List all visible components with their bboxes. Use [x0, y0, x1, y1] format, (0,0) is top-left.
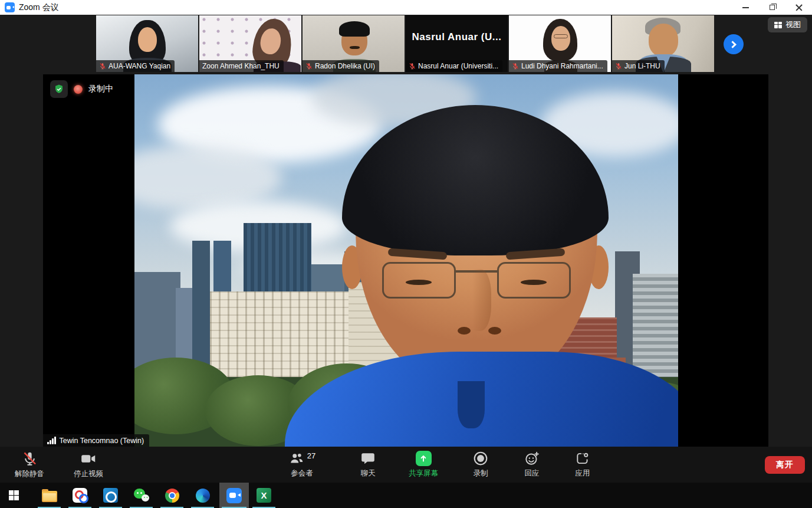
participant-thumbnail[interactable]: Radon Dhelika (UI) [303, 15, 405, 72]
recording-indicator: 录制中 [50, 80, 113, 98]
active-speaker-stage: 录制中 Tewin Tencomnao (Tewin) [43, 74, 768, 447]
excel-icon: X [257, 488, 271, 503]
unmute-button[interactable]: 解除静音 [1, 451, 58, 477]
share-screen-button[interactable]: 共享屏幕 [395, 451, 452, 477]
zoom-app-icon [5, 2, 15, 12]
participant-name-tag: Jun Li-THU [612, 60, 665, 72]
record-icon [473, 451, 488, 466]
outlook-icon [103, 488, 118, 503]
participant-name-tag: Radon Dhelika (UI) [303, 60, 379, 72]
share-screen-icon [416, 451, 432, 466]
stop-video-button[interactable]: 停止视频 [60, 451, 117, 477]
participant-thumbnail[interactable]: Jun Li-THU [612, 15, 714, 72]
participant-thumbnail[interactable]: Ludi Dhyani Rahmartani... [509, 15, 611, 72]
screen: Zoom 会议 AUA-WANG Yaqian Zoon Ahmed Khan_… [0, 0, 812, 508]
video-camera-icon [80, 451, 97, 467]
start-button[interactable] [0, 483, 28, 508]
taskbar-outlook[interactable] [97, 483, 124, 508]
active-speaker-video [134, 74, 678, 447]
next-page-button[interactable] [724, 34, 744, 54]
participant-name-tag: Ludi Dhyani Rahmartani... [509, 60, 607, 72]
participants-count: 27 [307, 451, 315, 460]
muted-mic-icon [99, 63, 106, 70]
participant-thumbnail[interactable]: Nasrul Anuar (U... Nasrul Anuar (Univers… [406, 15, 508, 72]
leave-meeting-button[interactable]: 离开 [765, 456, 805, 474]
apps-icon [575, 451, 590, 466]
folder-icon [42, 491, 57, 502]
muted-mic-icon [615, 63, 622, 70]
view-button[interactable]: 视图 [768, 17, 807, 32]
gallery-grid-icon [774, 22, 782, 28]
muted-mic-icon [409, 63, 416, 70]
chrome-icon [165, 489, 179, 503]
participant-name-tag: Nasrul Anuar (Universiti... [406, 60, 502, 72]
apps-button[interactable]: 应用 [554, 451, 611, 477]
window-title: Zoom 会议 [19, 2, 59, 13]
restore-icon [770, 5, 775, 10]
restore-button[interactable] [759, 0, 785, 15]
minimize-icon [742, 7, 749, 8]
reactions-button[interactable]: 回应 [504, 451, 560, 477]
meeting-toolbar: 解除静音 停止视频 27 参会者 聊天 共享屏幕 [0, 447, 812, 483]
participant-name-tag: AUA-WANG Yaqian [96, 60, 175, 72]
wechat-icon [134, 488, 149, 503]
minimize-button[interactable] [732, 0, 759, 15]
window-title-bar: Zoom 会议 [0, 0, 812, 15]
unknown-app-icon [73, 488, 87, 503]
participant-name-tag: Zoon Ahmed Khan_THU [199, 60, 284, 72]
zoom-icon [226, 488, 242, 503]
windows-taskbar: X 20°C 晴朗 英 拼 14:48 2022/4/7 13 [0, 483, 812, 508]
participant-thumbnail[interactable]: Zoon Ahmed Khan_THU [199, 15, 301, 72]
edge-icon [196, 489, 210, 503]
participant-display-name: Nasrul Anuar (U... [406, 15, 508, 59]
recording-label: 录制中 [88, 84, 113, 94]
active-speaker-name: Tewin Tencomnao (Tewin) [60, 437, 144, 445]
chevron-right-icon [729, 41, 737, 48]
smiley-plus-icon [524, 451, 540, 466]
chat-bubble-icon [360, 451, 376, 466]
recording-dot-icon [74, 85, 83, 94]
participants-button[interactable]: 27 参会者 [274, 451, 330, 477]
close-button[interactable] [785, 0, 812, 15]
taskbar-edge[interactable] [189, 483, 216, 508]
taskbar-file-explorer[interactable] [35, 483, 63, 508]
muted-mic-icon [305, 63, 313, 70]
shield-check-icon [54, 84, 64, 94]
muted-mic-icon [512, 63, 519, 70]
windows-logo-icon [9, 490, 19, 500]
chat-button[interactable]: 聊天 [340, 451, 396, 477]
taskbar-chrome[interactable] [158, 483, 186, 508]
active-speaker-name-tag: Tewin Tencomnao (Tewin) [43, 434, 149, 447]
taskbar-wechat[interactable] [127, 483, 155, 508]
muted-mic-icon [22, 451, 38, 467]
participant-thumbnail[interactable]: AUA-WANG Yaqian [96, 15, 198, 72]
taskbar-excel[interactable]: X [250, 483, 278, 508]
record-button[interactable]: 录制 [452, 451, 509, 477]
security-shield-button[interactable] [50, 80, 68, 98]
signal-bars-icon [47, 437, 56, 444]
participants-icon [288, 451, 305, 466]
taskbar-zoom-active[interactable] [219, 483, 249, 508]
taskbar-unknown-app[interactable] [66, 483, 94, 508]
close-icon [795, 4, 803, 11]
